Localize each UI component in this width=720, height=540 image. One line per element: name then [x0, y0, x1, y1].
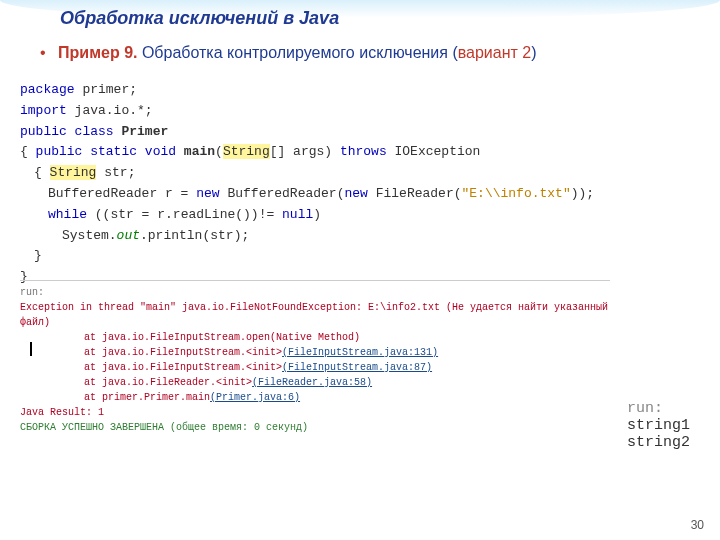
page-number: 30 — [691, 518, 704, 532]
code-line: package primer; — [20, 80, 700, 101]
console-result: Java Result: 1 — [20, 405, 610, 420]
code-line: import java.io.*; — [20, 101, 700, 122]
console-run: run: — [20, 285, 610, 300]
console-output: run: Exception in thread "main" java.io.… — [20, 280, 610, 435]
code-line: public class Primer — [20, 122, 700, 143]
example-number: Пример 9. — [58, 44, 137, 61]
code-line: BufferedReader r = new BufferedReader(ne… — [20, 184, 700, 205]
console-line: at java.io.FileReader.<init>(FileReader.… — [20, 375, 610, 390]
console-line: at primer.Primer.main(Primer.java:6) — [20, 390, 610, 405]
text-cursor-icon — [30, 342, 33, 356]
code-line: System.out.println(str); — [20, 226, 700, 247]
close-paren: ) — [531, 44, 536, 61]
code-block: package primer; import java.io.*; public… — [20, 80, 700, 288]
output-run: run: — [627, 400, 690, 417]
example-text: Обработка контролируемого исключения ( — [142, 44, 458, 61]
code-line: { public static void main(String[] args)… — [20, 142, 700, 163]
code-line: } — [20, 246, 700, 267]
example-heading: • Пример 9. Обработка контролируемого ис… — [40, 44, 537, 62]
console-line: at java.io.FileInputStream.open(Native M… — [20, 330, 610, 345]
code-line: while ((str = r.readLine())!= null) — [20, 205, 700, 226]
console-line: at java.io.FileInputStream.<init>(FileIn… — [20, 360, 610, 375]
code-line: { String str; — [20, 163, 700, 184]
variant-text: вариант 2 — [458, 44, 531, 61]
console-line: Exception in thread "main" java.io.FileN… — [20, 300, 610, 330]
output-line: string2 — [627, 434, 690, 451]
bullet-icon: • — [40, 44, 46, 61]
output-line: string1 — [627, 417, 690, 434]
console-build: СБОРКА УСПЕШНО ЗАВЕРШЕНА (общее время: 0… — [20, 420, 610, 435]
console-line: at java.io.FileInputStream.<init>(FileIn… — [20, 345, 610, 360]
slide-title: Обработка исключений в Java — [60, 8, 339, 29]
success-output: run: string1 string2 — [627, 400, 690, 451]
